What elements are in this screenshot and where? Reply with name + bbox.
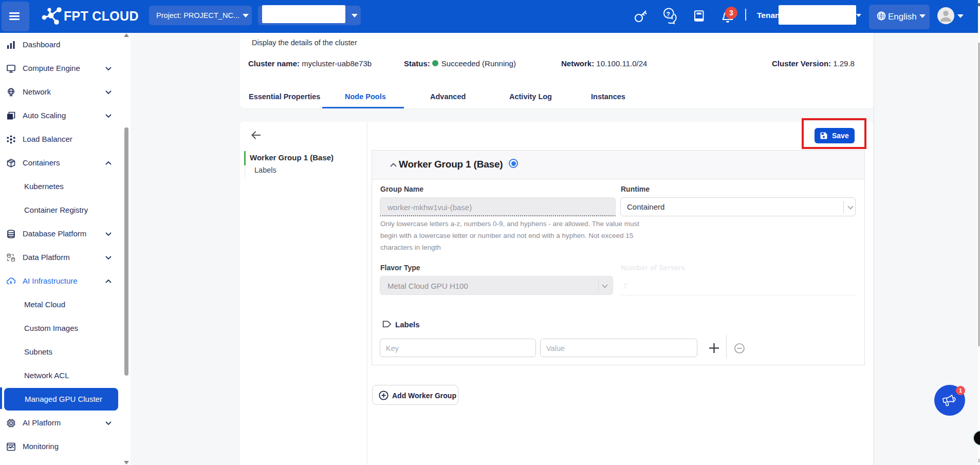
- svg-text:?: ?: [666, 11, 670, 18]
